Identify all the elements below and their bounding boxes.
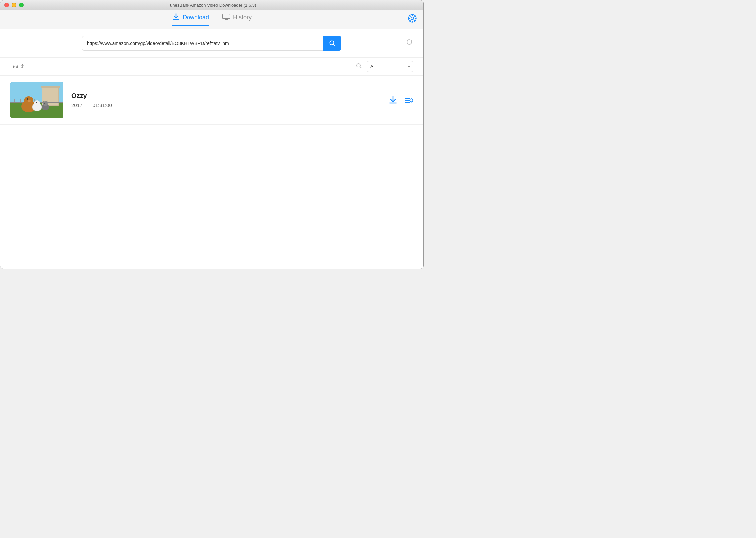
movie-meta: 2017 01:31:00 (71, 102, 380, 108)
svg-line-11 (410, 20, 411, 21)
svg-line-9 (414, 20, 415, 21)
movie-title: Ozzy (71, 92, 380, 100)
svg-point-37 (44, 103, 45, 104)
url-input[interactable] (82, 36, 323, 51)
url-bar-area (0, 29, 423, 58)
movie-year: 2017 (71, 102, 82, 108)
refresh-button[interactable] (405, 38, 413, 48)
window-controls (4, 3, 24, 7)
search-button[interactable] (323, 36, 341, 51)
list-label-text: List (10, 64, 18, 69)
list-label-area: List (10, 64, 25, 70)
content-area: Ozzy 2017 01:31:00 (0, 76, 423, 269)
svg-point-41 (410, 99, 413, 102)
download-tab-label: Download (183, 14, 209, 21)
settings-button[interactable] (408, 14, 417, 25)
svg-line-10 (414, 16, 415, 17)
history-tab-label: History (233, 14, 252, 21)
app-title: TunesBank Amazon Video Downloader (1.6.3… (168, 3, 256, 8)
history-tab-icon (222, 13, 230, 22)
list-search-button[interactable] (356, 63, 362, 70)
svg-point-28 (27, 98, 28, 100)
svg-rect-19 (41, 86, 60, 88)
download-tab-icon (172, 13, 180, 22)
svg-rect-1 (223, 14, 230, 19)
tab-history[interactable]: History (222, 13, 252, 25)
tab-bar: Download History (172, 13, 252, 26)
movie-settings-button[interactable] (403, 95, 413, 105)
svg-point-31 (34, 100, 40, 106)
list-right-controls: All Movies TV Shows ▾ (356, 61, 413, 72)
title-bar: TunesBank Amazon Video Downloader (1.6.3… (0, 0, 423, 10)
svg-line-15 (360, 67, 362, 68)
svg-point-3 (411, 17, 414, 20)
maximize-button[interactable] (19, 3, 24, 7)
movie-download-button[interactable] (388, 95, 398, 105)
table-row: Ozzy 2017 01:31:00 (0, 76, 423, 125)
movie-thumbnail (10, 82, 63, 118)
svg-rect-22 (20, 99, 21, 102)
svg-rect-0 (173, 19, 179, 20)
url-bar-wrapper (10, 36, 413, 51)
movie-duration: 01:31:00 (92, 102, 112, 108)
svg-rect-21 (14, 99, 15, 102)
tab-download[interactable]: Download (172, 13, 209, 26)
svg-point-29 (28, 100, 31, 102)
movie-actions (388, 95, 413, 105)
close-button[interactable] (4, 3, 9, 7)
url-bar-inner (82, 36, 341, 51)
svg-line-13 (333, 44, 335, 46)
minimize-button[interactable] (12, 3, 16, 7)
movie-info: Ozzy 2017 01:31:00 (71, 92, 380, 108)
filter-select[interactable]: All Movies TV Shows (367, 61, 413, 72)
filter-wrapper: All Movies TV Shows ▾ (367, 61, 413, 72)
toolbar: Download History (0, 10, 423, 29)
svg-line-8 (410, 16, 411, 17)
svg-point-32 (36, 102, 37, 103)
list-controls: List All Movies TV Shows ▾ (0, 58, 423, 76)
list-sort-icon[interactable] (20, 64, 25, 70)
